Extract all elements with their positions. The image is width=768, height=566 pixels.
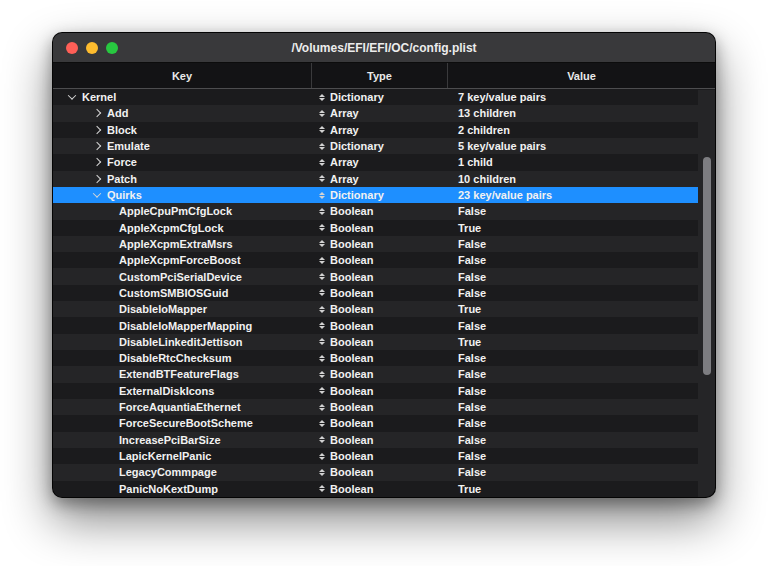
value-cell[interactable]: False <box>448 434 715 446</box>
column-header-value[interactable]: Value <box>448 63 715 88</box>
vertical-scrollbar[interactable] <box>698 90 715 497</box>
type-label: Array <box>330 107 359 119</box>
table-row[interactable]: AppleXcpmExtraMsrsBooleanFalse <box>53 236 715 252</box>
value-cell[interactable]: 23 key/value pairs <box>448 189 715 201</box>
type-popup[interactable]: Boolean <box>312 303 448 315</box>
type-popup[interactable]: Boolean <box>312 450 448 462</box>
table-row[interactable]: PanicNoKextDumpBooleanTrue <box>53 481 715 497</box>
disclosure-chevron-icon[interactable] <box>68 91 76 99</box>
value-cell[interactable]: False <box>448 287 715 299</box>
title-bar[interactable]: /Volumes/EFI/EFI/OC/config.plist <box>53 33 715 63</box>
minimize-button[interactable] <box>86 42 98 54</box>
type-popup[interactable]: Dictionary <box>312 189 448 201</box>
type-popup[interactable]: Boolean <box>312 417 448 429</box>
type-popup[interactable]: Boolean <box>312 254 448 266</box>
value-cell[interactable]: False <box>448 385 715 397</box>
type-popup[interactable]: Boolean <box>312 385 448 397</box>
value-cell[interactable]: False <box>448 466 715 478</box>
table-row[interactable]: AddArray13 children <box>53 105 715 121</box>
column-header-type[interactable]: Type <box>312 63 448 88</box>
type-popup[interactable]: Boolean <box>312 368 448 380</box>
type-popup[interactable]: Boolean <box>312 352 448 364</box>
table-row[interactable]: DisableLinkeditJettisonBooleanTrue <box>53 334 715 350</box>
value-cell[interactable]: False <box>448 401 715 413</box>
value-cell[interactable]: False <box>448 254 715 266</box>
value-cell[interactable]: 5 key/value pairs <box>448 140 715 152</box>
table-row[interactable]: LapicKernelPanicBooleanFalse <box>53 448 715 464</box>
type-popup[interactable]: Boolean <box>312 466 448 478</box>
type-popup[interactable]: Dictionary <box>312 91 448 103</box>
value-cell[interactable]: True <box>448 336 715 348</box>
type-popup[interactable]: Array <box>312 107 448 119</box>
table-row[interactable]: IncreasePciBarSizeBooleanFalse <box>53 432 715 448</box>
value-cell[interactable]: False <box>448 205 715 217</box>
table-row[interactable]: QuirksDictionary23 key/value pairs <box>53 187 715 203</box>
key-label: Block <box>107 124 137 136</box>
disclosure-chevron-icon[interactable] <box>93 126 101 134</box>
key-label: AppleXcpmCfgLock <box>119 222 224 234</box>
type-popup[interactable]: Boolean <box>312 287 448 299</box>
table-row[interactable]: CustomSMBIOSGuidBooleanFalse <box>53 285 715 301</box>
value-cell[interactable]: False <box>448 238 715 250</box>
table-row[interactable]: KernelDictionary7 key/value pairs <box>53 89 715 105</box>
table-row[interactable]: AppleCpuPmCfgLockBooleanFalse <box>53 203 715 219</box>
table-row[interactable]: AppleXcpmCfgLockBooleanTrue <box>53 220 715 236</box>
value-cell[interactable]: False <box>448 450 715 462</box>
value-label: False <box>458 434 486 446</box>
value-cell[interactable]: 1 child <box>448 156 715 168</box>
type-popup[interactable]: Array <box>312 173 448 185</box>
table-row[interactable]: ExternalDiskIconsBooleanFalse <box>53 383 715 399</box>
value-cell[interactable]: 2 children <box>448 124 715 136</box>
type-popup[interactable]: Boolean <box>312 320 448 332</box>
table-row[interactable]: DisableRtcChecksumBooleanFalse <box>53 350 715 366</box>
type-popup[interactable]: Array <box>312 156 448 168</box>
value-cell[interactable]: 7 key/value pairs <box>448 91 715 103</box>
key-cell: LegacyCommpage <box>53 466 312 478</box>
table-row[interactable]: ForceAquantiaEthernetBooleanFalse <box>53 399 715 415</box>
type-popup[interactable]: Dictionary <box>312 140 448 152</box>
disclosure-chevron-icon[interactable] <box>93 142 101 150</box>
value-cell[interactable]: False <box>448 352 715 364</box>
value-label: False <box>458 352 486 364</box>
value-label: False <box>458 466 486 478</box>
scrollbar-thumb[interactable] <box>703 157 711 375</box>
type-popup[interactable]: Boolean <box>312 434 448 446</box>
table-row[interactable]: DisableIoMapperBooleanTrue <box>53 301 715 317</box>
value-cell[interactable]: True <box>448 222 715 234</box>
table-row[interactable]: LegacyCommpageBooleanFalse <box>53 464 715 480</box>
table-row[interactable]: EmulateDictionary5 key/value pairs <box>53 138 715 154</box>
table-row[interactable]: ForceSecureBootSchemeBooleanFalse <box>53 415 715 431</box>
value-cell[interactable]: 10 children <box>448 173 715 185</box>
type-popup[interactable]: Boolean <box>312 222 448 234</box>
value-cell[interactable]: False <box>448 417 715 429</box>
table-row[interactable]: PatchArray10 children <box>53 171 715 187</box>
key-label: ExtendBTFeatureFlags <box>119 368 239 380</box>
value-cell[interactable]: True <box>448 483 715 495</box>
column-header-key[interactable]: Key <box>53 63 312 88</box>
disclosure-chevron-icon[interactable] <box>93 174 101 182</box>
value-cell[interactable]: False <box>448 271 715 283</box>
table-row[interactable]: AppleXcpmForceBoostBooleanFalse <box>53 252 715 268</box>
value-label: False <box>458 450 486 462</box>
type-popup[interactable]: Boolean <box>312 483 448 495</box>
value-cell[interactable]: True <box>448 303 715 315</box>
table-row[interactable]: ForceArray1 child <box>53 154 715 170</box>
table-row[interactable]: ExtendBTFeatureFlagsBooleanFalse <box>53 366 715 382</box>
type-popup[interactable]: Boolean <box>312 205 448 217</box>
disclosure-chevron-icon[interactable] <box>93 158 101 166</box>
disclosure-chevron-icon[interactable] <box>93 109 101 117</box>
table-row[interactable]: BlockArray2 children <box>53 122 715 138</box>
zoom-button[interactable] <box>106 42 118 54</box>
type-popup[interactable]: Boolean <box>312 401 448 413</box>
value-cell[interactable]: False <box>448 368 715 380</box>
table-row[interactable]: DisableIoMapperMappingBooleanFalse <box>53 317 715 333</box>
value-cell[interactable]: 13 children <box>448 107 715 119</box>
value-cell[interactable]: False <box>448 320 715 332</box>
close-button[interactable] <box>66 42 78 54</box>
type-popup[interactable]: Array <box>312 124 448 136</box>
type-popup[interactable]: Boolean <box>312 336 448 348</box>
table-row[interactable]: CustomPciSerialDeviceBooleanFalse <box>53 268 715 284</box>
disclosure-chevron-icon[interactable] <box>93 189 101 197</box>
type-popup[interactable]: Boolean <box>312 271 448 283</box>
type-popup[interactable]: Boolean <box>312 238 448 250</box>
